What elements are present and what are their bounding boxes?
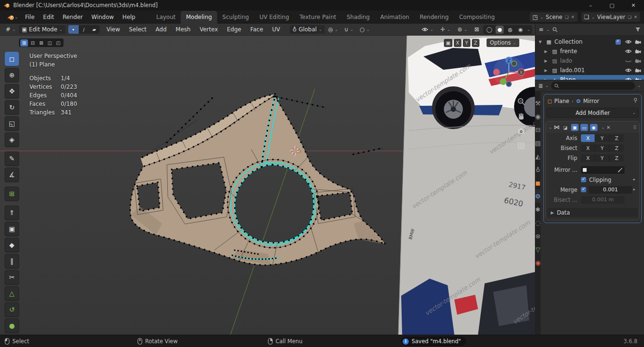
mode-selector[interactable]: ▣ Edit Mode ⌄ xyxy=(19,25,65,34)
tool-scale[interactable]: ◱ xyxy=(5,116,19,131)
properties-search-input[interactable] xyxy=(551,82,635,90)
options-dropdown[interactable]: Options⌄ xyxy=(487,38,519,47)
tab-modifiers[interactable]: ⚙ xyxy=(535,189,541,203)
zoom-button[interactable] xyxy=(516,96,526,107)
expand-arrow-icon[interactable]: ▼ xyxy=(539,40,543,44)
outliner-row-collection[interactable]: ▼ ▦ Collection xyxy=(535,37,644,47)
minimize-button[interactable]: – xyxy=(580,0,601,10)
tab-render[interactable]: ◉ xyxy=(535,110,541,123)
menu-edge[interactable]: Edge xyxy=(222,24,245,35)
menu-add[interactable]: Add xyxy=(151,24,171,35)
breadcrumb-item[interactable]: Mirror xyxy=(583,98,599,104)
select-option-extend[interactable]: ⊟ xyxy=(29,39,37,47)
visibility-dropdown[interactable]: ⌄ xyxy=(419,26,436,33)
rendered-shading-button[interactable]: ◉ xyxy=(516,26,524,34)
axis-x-button[interactable]: X xyxy=(581,134,595,142)
menu-file[interactable]: File xyxy=(21,12,39,22)
merge-threshold-field[interactable]: 0.001 xyxy=(589,186,632,194)
tool-cursor[interactable]: ⊕ xyxy=(5,68,19,82)
flip-x-button[interactable]: X xyxy=(581,154,595,162)
hide-toggle[interactable] xyxy=(624,68,632,73)
tab-object-data[interactable]: ▽ xyxy=(535,243,541,256)
workspace-tab-rendering[interactable]: Rendering xyxy=(414,11,454,24)
menu-help[interactable]: Help xyxy=(118,12,139,22)
workspace-tab-compositing[interactable]: Compositing xyxy=(454,11,500,24)
extras-menu-icon[interactable]: ⌄ xyxy=(601,125,605,130)
tool-measure[interactable]: ∡ xyxy=(5,168,19,182)
menu-edit[interactable]: Edit xyxy=(39,12,58,22)
eyedropper-icon[interactable] xyxy=(618,168,623,172)
animate-dot-icon[interactable]: • xyxy=(632,177,635,183)
workspace-tab-modeling[interactable]: Modeling xyxy=(181,11,217,24)
pan-button[interactable] xyxy=(516,111,526,122)
tool-extrude-region[interactable]: ⇑ xyxy=(5,206,19,220)
bisect-y-button[interactable]: Y xyxy=(595,144,609,152)
view-layer-selector[interactable]: ❏⌄ ViewLayer ❏ ✕ xyxy=(581,12,640,22)
workspace-tab-layout[interactable]: Layout xyxy=(151,11,181,24)
camera-visibility-toggle[interactable] xyxy=(634,40,642,44)
workspace-tab-animation[interactable]: Animation xyxy=(375,11,414,24)
flip-y-button[interactable]: Y xyxy=(595,154,609,162)
camera-visibility-toggle[interactable] xyxy=(634,68,642,73)
outliner-row-lado-001[interactable]: ▶ ▨ lado.001 xyxy=(535,66,644,75)
gizmo-y-axis[interactable] xyxy=(500,78,506,85)
select-option-set[interactable]: ⊞ xyxy=(20,39,28,47)
drag-handle-icon[interactable]: ⠿ xyxy=(633,125,636,130)
tab-material[interactable]: ◉ xyxy=(535,256,541,269)
tool-smooth[interactable]: ● xyxy=(5,319,19,333)
workspace-tab-uv-editing[interactable]: UV Editing xyxy=(254,11,294,24)
tab-world[interactable]: ♁ xyxy=(535,163,541,176)
viewport-canvas[interactable]: vector-template.com vector-template.com … xyxy=(0,36,535,335)
delete-modifier-icon[interactable]: ✕ xyxy=(607,125,610,130)
tab-constraints[interactable]: ⊛ xyxy=(535,229,541,243)
tab-tool[interactable]: ⚒ xyxy=(535,96,541,110)
collection-checkbox[interactable] xyxy=(616,39,621,45)
animate-dot-icon[interactable]: • xyxy=(632,187,635,193)
mirror-x-toggle[interactable]: X xyxy=(454,39,461,47)
camera-visibility-toggle[interactable] xyxy=(634,49,642,54)
axis-y-button[interactable]: Y xyxy=(595,134,609,142)
tab-output[interactable]: ⊟ xyxy=(535,123,541,136)
scene-selector[interactable]: ◳⌄ Scene ❏ ✕ xyxy=(530,12,578,22)
add-modifier-button[interactable]: Add Modifier ⌄ xyxy=(546,108,639,118)
bisect-z-button[interactable]: Z xyxy=(609,144,624,152)
menu-select[interactable]: Select xyxy=(125,24,151,35)
pivot-point-selector[interactable]: ◎⌄ xyxy=(325,25,341,34)
expand-arrow-icon[interactable]: ▶ xyxy=(544,59,549,63)
hide-toggle[interactable] xyxy=(624,49,632,54)
hide-toggle[interactable] xyxy=(624,58,632,63)
merge-checkbox[interactable] xyxy=(581,187,586,192)
edit-mode-toggle[interactable]: ▣ xyxy=(571,124,579,131)
gizmo-z-neg-axis[interactable] xyxy=(506,82,512,87)
render-toggle[interactable]: ◉ xyxy=(590,124,598,131)
gizmo-x-neg-axis[interactable] xyxy=(493,69,500,75)
collapse-arrow-icon[interactable]: ⌄ xyxy=(549,125,552,130)
flip-z-button[interactable]: Z xyxy=(609,154,624,162)
solid-shading-button[interactable]: ● xyxy=(496,26,504,34)
select-option-subtract[interactable]: ⊠ xyxy=(37,39,45,47)
camera-view-button[interactable] xyxy=(516,126,526,136)
data-subpanel-header[interactable]: ▶ Data xyxy=(547,208,638,217)
tool-select-box[interactable]: ◻ xyxy=(5,52,19,66)
gizmo-y-neg-axis[interactable] xyxy=(512,61,517,66)
expand-arrow-icon[interactable]: ▶ xyxy=(544,49,549,54)
navigation-gizmo[interactable]: Z X xyxy=(492,55,525,91)
tool-rotate[interactable]: ↻ xyxy=(5,100,19,114)
face-select-button[interactable]: ▰ xyxy=(89,25,100,34)
snap-toggle[interactable]: ∪⌄ xyxy=(341,25,357,34)
clipping-checkbox[interactable] xyxy=(581,177,586,182)
workspace-tab-shading[interactable]: Shading xyxy=(341,11,375,24)
pin-icon[interactable] xyxy=(633,98,638,104)
properties-editor-icon[interactable]: ≣ xyxy=(538,83,543,89)
mirror-object-field[interactable] xyxy=(581,166,625,174)
tool-transform[interactable]: ◈ xyxy=(5,132,19,147)
realtime-toggle[interactable]: ▭ xyxy=(580,124,588,131)
select-option-invert[interactable]: ◫ xyxy=(46,39,54,47)
menu-view[interactable]: View xyxy=(102,24,124,35)
filter-icon[interactable] xyxy=(635,27,641,32)
close-button[interactable]: ✕ xyxy=(623,0,644,10)
menu-window[interactable]: Window xyxy=(87,12,118,22)
tool-inset-faces[interactable]: ▣ xyxy=(5,222,19,236)
outliner-editor-icon[interactable]: ≡ xyxy=(539,26,543,33)
tool-annotate[interactable]: ✎ xyxy=(5,151,19,166)
